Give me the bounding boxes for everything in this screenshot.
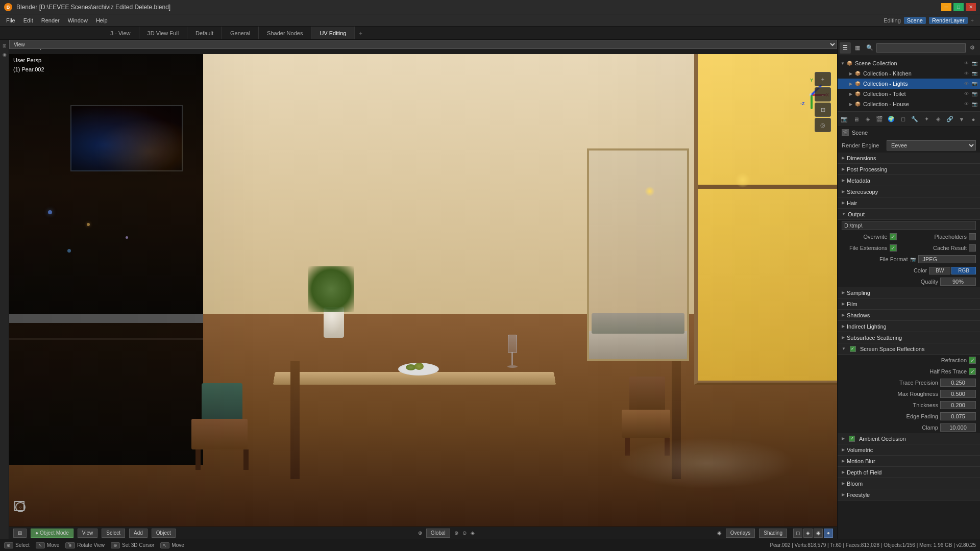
outliner-search-input[interactable] (876, 43, 966, 53)
output-icon[interactable]: 🖥 (850, 114, 862, 125)
object-icon[interactable]: ◻ (897, 114, 909, 125)
maximize-button[interactable]: □ (953, 3, 964, 11)
menu-help[interactable]: Help (92, 16, 112, 24)
bw-button[interactable]: BW (929, 267, 950, 274)
particles-icon[interactable]: ✦ (921, 114, 932, 125)
scene-props-icon[interactable]: 🎬 (874, 114, 885, 125)
gizmo-button[interactable]: ◉ (717, 530, 722, 536)
menu-file[interactable]: File (2, 16, 19, 24)
orientation-select[interactable]: View Global Local (9, 40, 837, 49)
close-button[interactable]: ✕ (966, 3, 976, 11)
edge-fading-input[interactable] (940, 412, 976, 420)
render-icon[interactable]: 📷 (839, 114, 850, 125)
editor-type-button[interactable]: ⊞ (13, 529, 27, 538)
add-button[interactable]: Add (129, 529, 148, 538)
tab-default[interactable]: Default (187, 27, 222, 39)
max-roughness-input[interactable] (940, 390, 976, 398)
select-button[interactable]: Select (102, 529, 125, 538)
object-menu-button[interactable]: Object (152, 529, 176, 538)
indirect-lighting-section[interactable]: ▶ Indirect Lighting (838, 321, 980, 332)
tab-uv-editing[interactable]: UV Editing (311, 27, 355, 39)
magnet-icon[interactable]: ⊗ (454, 530, 458, 536)
hierarchy-kitchen[interactable]: ▶ 📦 Collection - Kitchen 👁 📷 (838, 68, 980, 79)
ambient-occlusion-section[interactable]: ▶ ✓ Ambient Occlusion (838, 433, 980, 444)
snap2-icon[interactable]: ◈ (471, 530, 475, 536)
house-render-icon[interactable]: 📷 (971, 101, 978, 108)
global-button[interactable]: Global (426, 529, 450, 538)
outliner-filter-icon[interactable]: ▦ (852, 42, 863, 54)
film-section[interactable]: ▶ Film (838, 298, 980, 310)
world-icon[interactable]: 🌍 (886, 114, 897, 125)
toilet-render-icon[interactable]: 📷 (971, 90, 978, 97)
shading-button[interactable]: Shading (759, 529, 787, 538)
shadows-section[interactable]: ▶ Shadows (838, 310, 980, 321)
outliner-filter-menu-icon[interactable]: ⚙ (967, 42, 978, 54)
view-icon[interactable]: ◉ (1, 51, 9, 59)
physics-icon[interactable]: ◈ (933, 114, 944, 125)
stereoscopy-section[interactable]: ▶ Stereoscopy (838, 186, 980, 197)
zoom-out-button[interactable]: - (815, 87, 831, 102)
trace-precision-input[interactable] (940, 379, 976, 387)
overwrite-checkbox[interactable]: ✓ (890, 233, 897, 240)
render-layer-selector[interactable]: RenderLayer (929, 17, 968, 24)
ssr-checkbox[interactable]: ✓ (850, 346, 856, 352)
refraction-checkbox[interactable]: ✓ (969, 357, 976, 364)
menu-edit[interactable]: Edit (19, 16, 37, 24)
material-icon[interactable]: ● (968, 114, 979, 125)
view-persp-button[interactable]: ⊞ (815, 103, 831, 117)
object-mode-button[interactable]: ● Object Mode (31, 529, 74, 538)
minimize-button[interactable]: ─ (941, 3, 951, 11)
metadata-section[interactable]: ▶ Metadata (838, 175, 980, 186)
hierarchy-scene-collection[interactable]: ▼ 📦 Scene Collection 👁 📷 (838, 58, 980, 68)
subsurface-section[interactable]: ▶ Subsurface Scattering (838, 332, 980, 343)
motion-blur-section[interactable]: ▶ Motion Blur (838, 456, 980, 467)
house-visibility-icon[interactable]: 👁 (963, 101, 970, 108)
freestyle-section[interactable]: ▶ Freestyle (838, 489, 980, 500)
file-ext-checkbox[interactable]: ✓ (890, 244, 897, 252)
clamp-input[interactable] (940, 423, 976, 432)
render-engine-select[interactable]: Eevee Cycles Workbench (887, 140, 976, 151)
quality-input[interactable] (940, 278, 976, 286)
hierarchy-lights[interactable]: ▶ 📦 Collection - Lights 👁 📷 (838, 79, 980, 89)
half-res-checkbox[interactable]: ✓ (969, 368, 976, 375)
post-processing-section[interactable]: ▶ Post Processing (838, 164, 980, 175)
tab-3d-view-full[interactable]: 3D View Full (139, 27, 188, 39)
render-icon[interactable]: 📷 (971, 60, 978, 67)
outliner-search-icon[interactable]: 🔍 (864, 42, 875, 54)
rgb-button[interactable]: RGB (951, 267, 976, 274)
editor-type-icon[interactable]: ⊞ (1, 42, 9, 50)
placeholders-checkbox[interactable] (969, 233, 976, 240)
volumetric-section[interactable]: ▶ Volumetric (838, 444, 980, 456)
data-icon[interactable]: ▼ (956, 114, 967, 125)
tab-3d-view[interactable]: 3 - View (102, 27, 139, 39)
outliner-view-icon[interactable]: ☰ (840, 42, 851, 54)
constraints-icon[interactable]: 🔗 (944, 114, 955, 125)
file-format-select[interactable]: JPEG (918, 255, 976, 263)
modifier-icon[interactable]: 🔧 (909, 114, 920, 125)
scene-selector[interactable]: Scene (904, 17, 926, 24)
add-workspace-button[interactable]: + (355, 27, 366, 39)
cache-result-checkbox[interactable] (969, 244, 976, 252)
menu-render[interactable]: Render (37, 16, 64, 24)
wireframe-mode-button[interactable]: ◻ (793, 529, 802, 538)
view-button[interactable]: View (78, 529, 98, 538)
kitchen-render-icon[interactable]: 📷 (971, 70, 978, 77)
view-local-button[interactable]: ◎ (815, 118, 831, 132)
snap-icon[interactable]: ⊕ (418, 530, 422, 536)
visibility-icon[interactable]: 👁 (963, 60, 970, 67)
overlays-button[interactable]: Overlays (726, 529, 755, 538)
output-section-header[interactable]: ▼ Output (838, 209, 980, 220)
dimensions-section[interactable]: ▶ Dimensions (838, 153, 980, 164)
toilet-visibility-icon[interactable]: 👁 (963, 90, 970, 97)
lights-render-icon[interactable]: 📷 (971, 80, 978, 87)
ao-checkbox[interactable]: ✓ (849, 436, 855, 442)
kitchen-visibility-icon[interactable]: 👁 (963, 70, 970, 77)
tab-shader-nodes[interactable]: Shader Nodes (259, 27, 311, 39)
zoom-in-button[interactable]: + (815, 72, 831, 86)
hierarchy-house[interactable]: ▶ 📦 Collection - House 👁 📷 (838, 99, 980, 109)
thickness-input[interactable] (940, 401, 976, 409)
solid-mode-button[interactable]: ◈ (803, 529, 813, 538)
dof-section[interactable]: ▶ Depth of Field (838, 467, 980, 478)
ssr-section-header[interactable]: ▼ ✓ Screen Space Reflections (838, 343, 980, 355)
view-layer-icon[interactable]: ◈ (862, 114, 873, 125)
